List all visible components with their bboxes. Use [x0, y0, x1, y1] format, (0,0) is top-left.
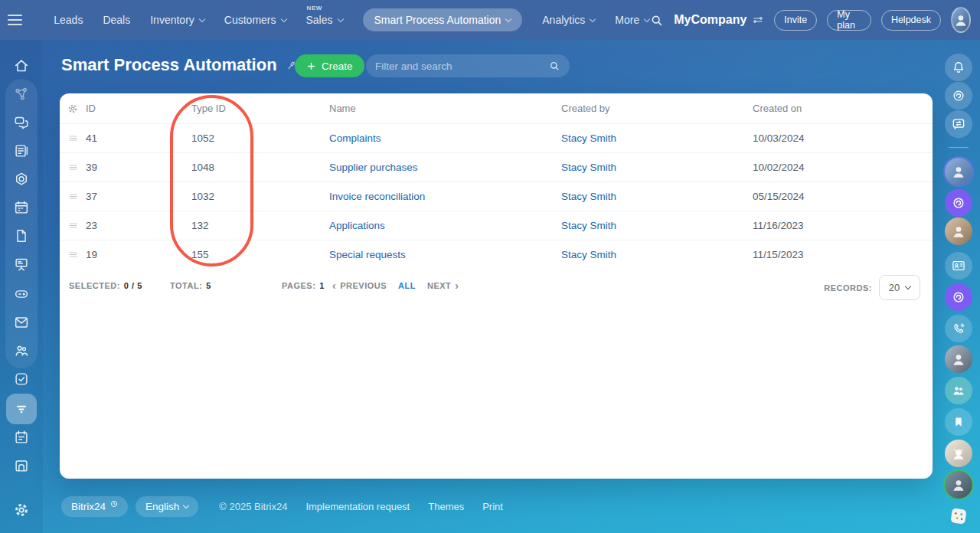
- messenger-icon[interactable]: [8, 109, 35, 136]
- themes-link[interactable]: Themes: [428, 501, 464, 512]
- settings-gear-icon[interactable]: [8, 496, 35, 524]
- column-header-name[interactable]: Name: [329, 103, 561, 114]
- nav-sales[interactable]: NEWSales: [306, 14, 343, 26]
- tasks-hexagon-icon[interactable]: [8, 165, 35, 193]
- top-bar: Leads Deals Inventory Customers NEWSales…: [0, 0, 980, 40]
- chevron-right-icon: ›: [455, 282, 459, 289]
- drag-handle-icon[interactable]: [60, 220, 86, 231]
- nav-analytics[interactable]: Analytics: [542, 14, 595, 26]
- groups-icon[interactable]: [8, 337, 35, 365]
- all-pages-button[interactable]: ALL: [398, 281, 416, 290]
- cell-name-link[interactable]: Invoice reconciliation: [329, 191, 561, 202]
- table-row[interactable]: 23 132 Applications Stacy Smith 11/16/20…: [60, 211, 933, 240]
- drag-handle-icon[interactable]: [60, 132, 86, 144]
- cell-name-link[interactable]: Applications: [329, 220, 561, 231]
- user-avatar[interactable]: [951, 7, 971, 33]
- search-icon[interactable]: [649, 13, 664, 28]
- nav-deals[interactable]: Deals: [103, 14, 130, 26]
- cell-type-id: 1052: [191, 132, 329, 144]
- contact-card-icon[interactable]: [945, 252, 972, 280]
- plus-icon: [306, 61, 316, 71]
- column-header-type-id[interactable]: Type ID: [191, 103, 329, 114]
- menu-icon[interactable]: [0, 0, 29, 40]
- nav-inventory[interactable]: Inventory: [150, 14, 204, 26]
- cell-created-on: 10/02/2024: [753, 162, 933, 173]
- column-header-created-by[interactable]: Created by: [561, 103, 753, 114]
- phone-icon[interactable]: [945, 315, 972, 342]
- bitrix24-support-button[interactable]: Bitrix24: [61, 496, 128, 517]
- company-selector[interactable]: MyCompany: [674, 13, 764, 27]
- drag-handle-icon[interactable]: [60, 162, 86, 173]
- nav-smart-process-automation[interactable]: Smart Process Automation: [363, 8, 523, 31]
- clipboard-icon[interactable]: [8, 423, 35, 451]
- mail-icon[interactable]: [8, 309, 35, 336]
- warehouse-icon[interactable]: [8, 452, 35, 479]
- assistant-avatar[interactable]: [945, 440, 972, 467]
- table-row[interactable]: 37 1032 Invoice reconciliation Stacy Smi…: [60, 181, 933, 211]
- cell-name-link[interactable]: Complaints: [329, 132, 561, 144]
- drag-handle-icon[interactable]: [60, 249, 86, 260]
- nav-leads[interactable]: Leads: [54, 14, 83, 26]
- contact-avatar-3[interactable]: [945, 345, 972, 373]
- helpdesk-button[interactable]: Helpdesk: [881, 10, 941, 31]
- contact-avatar-4[interactable]: [945, 471, 972, 499]
- column-header-created-on[interactable]: Created on: [753, 103, 933, 114]
- create-button[interactable]: Create: [295, 54, 364, 77]
- records-count-dropdown[interactable]: 20: [879, 275, 920, 300]
- previous-page-button[interactable]: ‹PREVIOUS: [332, 281, 387, 290]
- next-page-button[interactable]: NEXT›: [427, 281, 459, 290]
- copilot-purple-icon[interactable]: [945, 189, 972, 217]
- cell-created-by-link[interactable]: Stacy Smith: [561, 162, 753, 173]
- newsfeed-icon[interactable]: [8, 137, 35, 165]
- cell-type-id: 155: [191, 249, 329, 260]
- group-chat-icon[interactable]: [945, 377, 972, 404]
- new-badge: NEW: [307, 5, 322, 11]
- cell-id: 37: [86, 191, 191, 202]
- crm-funnel-icon-active[interactable]: [6, 394, 37, 424]
- nav-more[interactable]: More: [615, 14, 649, 26]
- drive-icon[interactable]: [8, 280, 35, 308]
- cell-created-by-link[interactable]: Stacy Smith: [561, 249, 753, 260]
- language-selector[interactable]: English: [136, 496, 198, 517]
- cell-name-link[interactable]: Supplier purchases: [329, 162, 561, 173]
- page-footer: Bitrix24 English © 2025 Bitrix24 Impleme…: [61, 496, 503, 517]
- right-sidebar: [937, 40, 980, 533]
- page-title: Smart Process Automation: [61, 55, 298, 75]
- search-icon[interactable]: [548, 60, 560, 72]
- calendar-icon[interactable]: [8, 194, 35, 221]
- table-row[interactable]: 39 1048 Supplier purchases Stacy Smith 1…: [60, 152, 933, 181]
- contact-avatar-2[interactable]: [945, 217, 972, 245]
- table-row[interactable]: 19 155 Special requests Stacy Smith 11/1…: [60, 240, 933, 269]
- copilot-icon[interactable]: [945, 82, 972, 110]
- column-header-id[interactable]: ID: [86, 103, 191, 114]
- my-plan-button[interactable]: My plan: [827, 10, 871, 31]
- home-icon[interactable]: [8, 52, 35, 80]
- network-icon[interactable]: [8, 80, 35, 108]
- cell-name-link[interactable]: Special requests: [329, 249, 561, 260]
- chat-exchange-icon[interactable]: [945, 110, 972, 138]
- tasks-check-icon[interactable]: [8, 365, 35, 393]
- print-link[interactable]: Print: [482, 501, 503, 512]
- table-row[interactable]: 41 1052 Complaints Stacy Smith 10/03/202…: [60, 123, 933, 152]
- contact-avatar-1[interactable]: [945, 158, 972, 185]
- invite-button[interactable]: Invite: [774, 10, 817, 31]
- cell-created-by-link[interactable]: Stacy Smith: [561, 132, 753, 144]
- copilot-purple-icon-2[interactable]: [945, 283, 972, 311]
- whiteboard-icon[interactable]: [8, 250, 35, 278]
- cell-created-by-link[interactable]: Stacy Smith: [561, 220, 753, 231]
- main-navigation: Leads Deals Inventory Customers NEWSales…: [54, 8, 649, 31]
- grid-settings-gear-icon[interactable]: [60, 103, 86, 115]
- drag-handle-icon[interactable]: [60, 191, 86, 202]
- notifications-bell-icon[interactable]: [945, 54, 972, 81]
- document-icon[interactable]: [8, 222, 35, 250]
- table-header-row: ID Type ID Name Created by Created on: [60, 93, 933, 123]
- chevron-down-icon: [280, 15, 286, 21]
- company-switcher-icon: [752, 14, 764, 26]
- bookmark-icon[interactable]: [945, 408, 972, 436]
- cell-created-by-link[interactable]: Stacy Smith: [561, 191, 753, 202]
- filter-search-input[interactable]: [375, 60, 548, 72]
- implementation-request-link[interactable]: Implementation request: [305, 501, 410, 512]
- left-sidebar: [0, 40, 43, 533]
- nav-customers[interactable]: Customers: [224, 14, 286, 26]
- dice-icon[interactable]: [945, 502, 972, 530]
